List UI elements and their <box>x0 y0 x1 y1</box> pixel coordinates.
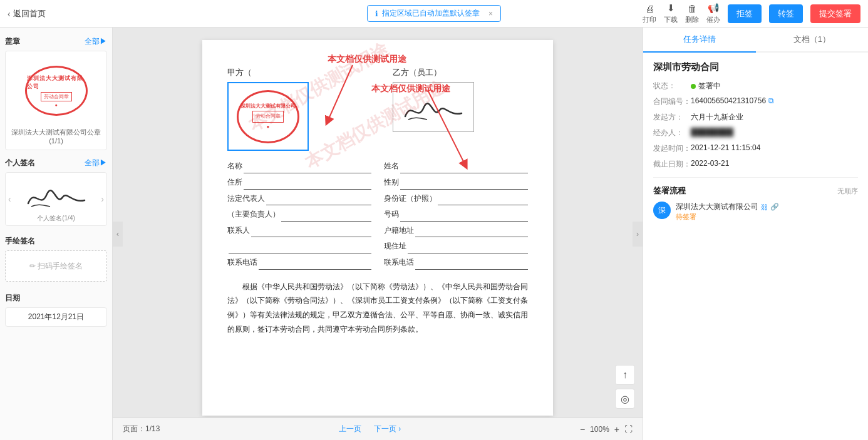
field-legal-rep: 法定代表人 <box>227 192 371 206</box>
field-current-addr-label: 现住址 <box>384 240 406 253</box>
party-a-title: 甲方（ <box>227 65 363 79</box>
document-scroll[interactable]: 本文档仅供测试用途 本文档仅供测试用途 本文档仅供测试用途 本文档仅供测试用途 <box>113 28 643 417</box>
hand-sig-box[interactable]: ✏ 扫码手绘签名 <box>5 250 107 282</box>
left-panel: 盖章 全部▶ 深圳法大大测试有限公司 劳动合同章 ● 深圳法大大测试有限公司公章… <box>0 28 113 440</box>
tab-task-details[interactable]: 任务详情 <box>643 28 756 51</box>
field-huji-label: 户籍地址 <box>384 224 414 238</box>
process-status: 待签署 <box>676 212 858 222</box>
urge-button[interactable]: 📢 催办 <box>706 3 720 24</box>
date-header: 日期 <box>5 293 107 304</box>
field-row-2: 住所 性别 <box>227 176 528 190</box>
field-row-1: 名称 姓名 <box>227 160 528 173</box>
info-deadline-value: 2022-03-21 <box>691 159 858 168</box>
contract-no-copy-icon[interactable]: ⧉ <box>768 96 774 105</box>
info-icon: ℹ <box>375 9 378 18</box>
dos-text-mid: 劳动合同章 <box>252 111 284 122</box>
field-tel-a: 联系电话 <box>227 256 371 270</box>
notification-area: ℹ 指定区域已自动加盖默认签章 × <box>367 5 501 22</box>
process-none-label: 无顺序 <box>837 187 858 196</box>
field-empty-left-line <box>229 242 371 253</box>
tab-document[interactable]: 文档（1） <box>756 28 869 51</box>
download-label: 下载 <box>664 15 678 24</box>
process-avatar: 深 <box>653 202 671 219</box>
fields-section: 名称 姓名 住所 性别 <box>227 160 528 269</box>
field-legal-rep-line <box>266 194 371 205</box>
divider <box>653 177 858 178</box>
download-button[interactable]: ⬇ 下载 <box>664 3 678 24</box>
field-name: 名称 <box>227 160 371 173</box>
dos-text-top: 深圳法大大测试有限公司 <box>240 103 296 110</box>
link-icon[interactable]: 🔗 <box>770 203 779 211</box>
party-row: 甲方（ 深圳法大大测试有限公司 劳动合同章 ● <box>227 65 528 153</box>
scroll-buttons: ↑ ◎ <box>615 365 635 409</box>
info-deadline: 截止日期： 2022-03-21 <box>653 159 858 170</box>
location-button[interactable]: ◎ <box>615 389 635 409</box>
fullscreen-button[interactable]: ⛶ <box>624 424 633 434</box>
doc-oval-stamp: 深圳法大大测试有限公司 劳动合同章 ● <box>237 90 299 143</box>
page-indicator: 页面：1/13 <box>123 424 160 434</box>
left-collapse-button[interactable]: ‹ <box>113 222 123 247</box>
process-info: 深圳法大大测试有限公司 ⛓ 🔗 待签署 <box>676 202 858 222</box>
date-section: 日期 2021年12月21日 <box>5 289 107 327</box>
print-button[interactable]: 🖨 打印 <box>643 3 656 24</box>
field-current-addr-line <box>408 242 528 253</box>
sig-next-arrow[interactable]: › <box>101 194 104 204</box>
field-address-label: 住所 <box>227 176 242 190</box>
sig-prev-arrow[interactable]: ‹ <box>8 194 11 204</box>
hand-sig-title: 手绘签名 <box>5 236 35 247</box>
info-manager-value: ████████ <box>691 128 858 136</box>
field-row-7: 联系电话 联系电话 <box>227 256 528 270</box>
notification-close-icon[interactable]: × <box>488 9 493 18</box>
field-contact-label: 联系人 <box>227 224 250 238</box>
field-id-label: 身份证（护照） <box>384 192 437 206</box>
document-page: 本文档仅供测试用途 本文档仅供测试用途 本文档仅供测试用途 本文档仅供测试用途 <box>202 40 553 416</box>
party-a-stamp-box[interactable]: 深圳法大大测试有限公司 劳动合同章 ● <box>227 82 309 151</box>
party-a-col: 甲方（ 深圳法大大测试有限公司 劳动合同章 ● <box>227 65 363 153</box>
field-idnum-line <box>400 210 528 222</box>
info-manager: 经办人： ████████ <box>653 128 858 138</box>
transfer-button[interactable]: 转签 <box>769 4 803 23</box>
right-content: 深圳市劳动合同 状态： 签署中 合同编号： 164005650421310756… <box>643 53 868 234</box>
process-header: 签署流程 无顺序 <box>653 185 858 197</box>
scroll-up-button[interactable]: ↑ <box>615 365 635 385</box>
back-icon: ‹ <box>8 9 11 19</box>
party-b-sig-box[interactable] <box>393 82 474 132</box>
personal-all-link[interactable]: 全部▶ <box>85 158 107 168</box>
seal-section-title: 盖章 <box>5 36 20 47</box>
page-nav: 上一页 下一页 › <box>339 424 401 434</box>
zoom-in-button[interactable]: + <box>614 424 619 434</box>
delete-label: 删除 <box>685 15 699 24</box>
field-supervisor: （主要负责人） <box>227 208 371 222</box>
stamp-image: 深圳法大大测试有限公司 劳动合同章 ● <box>22 56 91 125</box>
info-deadline-label: 截止日期： <box>653 159 691 170</box>
date-title: 日期 <box>5 293 20 304</box>
company-stamp-card[interactable]: 深圳法大大测试有限公司 劳动合同章 ● 深圳法大大测试有限公司公章(1/1) <box>5 51 107 150</box>
info-status: 状态： 签署中 <box>653 81 858 91</box>
reject-button[interactable]: 拒签 <box>728 4 762 23</box>
hand-sig-section: 手绘签名 ✏ 扫码手绘签名 <box>5 232 107 285</box>
sig-label: 个人签名(1/4) <box>37 214 75 223</box>
next-page-button[interactable]: 下一页 › <box>374 424 401 434</box>
main-layout: 盖章 全部▶ 深圳法大大测试有限公司 劳动合同章 ● 深圳法大大测试有限公司公章… <box>0 28 868 440</box>
date-box: 2021年12月21日 <box>5 307 107 327</box>
info-contract-no: 合同编号： 164005650421310756 ⧉ <box>653 96 858 107</box>
field-fullname-label: 姓名 <box>384 160 399 173</box>
notification-text: 指定区域已自动加盖默认签章 <box>382 8 480 19</box>
chain-icon[interactable]: ⛓ <box>761 203 768 211</box>
stamp-label: 深圳法大大测试有限公司公章(1/1) <box>11 128 101 145</box>
submit-button[interactable]: 提交签署 <box>810 4 860 23</box>
field-tel-b: 联系电话 <box>384 256 528 270</box>
right-panel: 任务详情 文档（1） 深圳市劳动合同 状态： 签署中 合同编号： 1640056… <box>643 28 868 440</box>
back-home-button[interactable]: ‹ 返回首页 <box>8 8 46 19</box>
info-manager-label: 经办人： <box>653 128 691 138</box>
zoom-out-button[interactable]: − <box>580 424 585 434</box>
right-collapse-button[interactable]: › <box>633 222 643 247</box>
delete-button[interactable]: 🗑 删除 <box>685 3 699 24</box>
signature-item[interactable]: 个人签名(1/4) <box>14 175 99 223</box>
field-contact: 联系人 <box>227 224 371 238</box>
prev-page-button[interactable]: 上一页 <box>339 424 361 434</box>
document-area: ‹ 本文档仅供测试用途 本文档仅供测试用途 本文档仅供测试用途 本文档仅供测试用… <box>113 28 643 440</box>
field-row-3: 法定代表人 身份证（护照） <box>227 192 528 206</box>
seal-all-link[interactable]: 全部▶ <box>85 36 107 47</box>
seal-section-header: 盖章 全部▶ <box>5 36 107 47</box>
